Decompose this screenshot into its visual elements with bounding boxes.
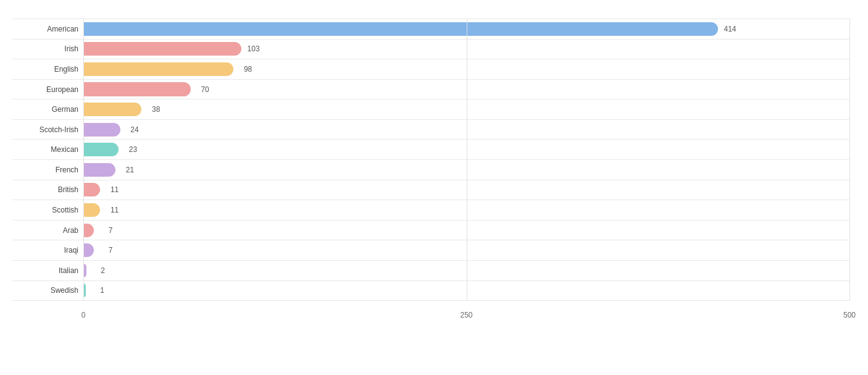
bar: 23: [83, 143, 119, 156]
bar-row: Mexican23: [12, 140, 849, 160]
bar-label: British: [12, 185, 83, 194]
chart-container: American414Irish103English98European70Ge…: [0, 0, 868, 375]
bar-label: American: [12, 25, 83, 33]
bar-row: European70: [12, 80, 849, 100]
bar-value: 103: [248, 44, 260, 53]
bar: 7: [83, 224, 94, 237]
bar-value: 21: [126, 166, 134, 174]
x-axis-label: 500: [843, 311, 856, 319]
bar: 7: [83, 243, 94, 257]
bar-row: Scotch-Irish24: [12, 120, 849, 140]
bar: 70: [83, 82, 191, 96]
bar: 24: [83, 123, 120, 137]
bar-label: European: [12, 85, 83, 94]
bar-value: 70: [201, 85, 209, 94]
bar-value: 1: [100, 286, 104, 295]
chart-area: American414Irish103English98European70Ge…: [12, 19, 849, 319]
bar-value: 7: [109, 246, 113, 255]
bar-label: German: [12, 105, 83, 114]
bar-row: Irish103: [12, 40, 849, 60]
bar-value: 414: [724, 25, 737, 33]
bar-value: 2: [101, 266, 105, 275]
bar-value: 7: [109, 226, 113, 235]
bar: 11: [83, 183, 100, 196]
bar-value: 11: [111, 185, 119, 194]
bar-row: Swedish1: [12, 281, 849, 301]
bar-label: French: [12, 166, 83, 174]
bar-row: English98: [12, 59, 849, 80]
bar-label: Swedish: [12, 286, 83, 295]
bar-label: Italian: [12, 266, 83, 275]
bar-label: Mexican: [12, 145, 83, 154]
bar-label: English: [12, 65, 83, 74]
bar-label: Scottish: [12, 206, 83, 214]
bar-row: British11: [12, 180, 849, 201]
bar-value: 23: [129, 145, 137, 154]
bar-label: Iraqi: [12, 246, 83, 255]
x-axis-label: 250: [460, 311, 472, 319]
bar: 103: [83, 42, 241, 56]
bar-row: Italian2: [12, 261, 849, 281]
bar-row: German38: [12, 99, 849, 120]
bar: 21: [83, 163, 115, 177]
bar-row: Scottish11: [12, 200, 849, 221]
bar-value: 11: [111, 206, 119, 214]
bar: 11: [83, 203, 100, 217]
bar-value: 24: [130, 125, 138, 134]
bar: 414: [83, 22, 718, 36]
bar: 98: [83, 62, 233, 76]
bar-label: Scotch-Irish: [12, 125, 83, 134]
grid-line-250: [467, 19, 467, 301]
x-axis-label: 0: [81, 311, 86, 319]
grid-line-500: [849, 19, 850, 301]
bar: 38: [83, 103, 141, 116]
bar-row: Iraqi7: [12, 240, 849, 261]
bar-label: Irish: [12, 44, 83, 53]
x-axis-labels: 0250500: [12, 304, 849, 319]
bar-row: French21: [12, 160, 849, 180]
bar-row: American414: [12, 19, 849, 40]
bar-value: 38: [152, 105, 160, 114]
bar-row: Arab7: [12, 221, 849, 241]
bars-section: American414Irish103English98European70Ge…: [12, 19, 849, 301]
bar-value: 98: [244, 65, 252, 74]
grid-line-0: [83, 19, 84, 301]
bar-label: Arab: [12, 226, 83, 235]
